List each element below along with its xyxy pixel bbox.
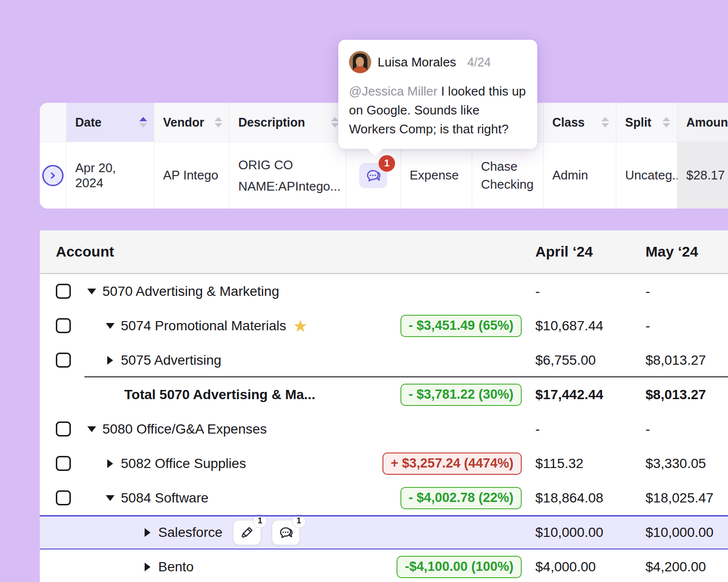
april-value: $115.32 <box>535 446 583 481</box>
column-header-class[interactable]: Class <box>544 103 616 142</box>
comment-count-badge: 1 <box>292 514 306 528</box>
expand-caret[interactable] <box>143 563 152 571</box>
variance-badge: - $4,002.78 (22%) <box>400 487 522 509</box>
column-header-split[interactable]: Split <box>616 103 678 142</box>
column-label: Class <box>552 115 585 129</box>
caret-right-icon <box>107 459 113 468</box>
variance-badge: + $3,257.24 (4474%) <box>382 453 522 475</box>
description-line1: ORIG CO <box>238 158 293 172</box>
chat-bubbles-icon <box>278 525 294 539</box>
account-label: Bento <box>158 559 194 575</box>
variance-badge: -$4,100.00 (100%) <box>397 556 522 578</box>
cell-type: Expense <box>401 142 472 209</box>
account-row[interactable]: 5074 Promotional Materials ★ - $3,451.49… <box>40 308 728 343</box>
account-row[interactable]: 5084 Software - $4,002.78 (22%) $18,864.… <box>40 481 728 515</box>
column-header-may: May ‘24 <box>645 230 698 273</box>
column-header-april: April ‘24 <box>535 230 593 273</box>
column-header-vendor[interactable]: Vendor <box>154 103 230 142</box>
account-row[interactable]: 5080 Office/G&A Expenses - - <box>40 412 728 446</box>
caret-down-icon <box>87 289 96 294</box>
column-label: Split <box>625 115 651 129</box>
column-label: Vendor <box>163 115 204 129</box>
account-label: 5075 Advertising <box>121 353 221 368</box>
description-line2: NAME:APIntego... <box>238 179 341 194</box>
comment-thread-button[interactable]: 1 <box>359 163 387 188</box>
april-value: $18,864.08 <box>535 481 603 515</box>
expand-caret[interactable] <box>106 459 115 468</box>
column-header-description[interactable]: Description <box>230 103 346 142</box>
highlighter-icon <box>240 525 254 540</box>
column-label: Amount <box>686 115 728 129</box>
account-label: Salesforce <box>158 525 222 540</box>
comment-popover: Luisa Morales 4/24 @Jessica Miller I loo… <box>338 40 537 149</box>
chevron-right-icon <box>48 171 58 180</box>
accounts-header-row: Account April ‘24 May ‘24 <box>40 230 728 274</box>
may-value: $3,330.05 <box>645 446 706 481</box>
transaction-row[interactable]: Apr 20, 2024 AP Intego ORIG CO NAME:APIn… <box>40 142 728 209</box>
accounts-table: Account April ‘24 May ‘24 5070 Advertisi… <box>40 230 728 582</box>
account-label: 5070 Advertising & Marketing <box>102 284 279 299</box>
account-label: 5080 Office/G&A Expenses <box>102 421 267 437</box>
may-value: - <box>645 308 650 343</box>
column-label: Description <box>238 115 305 129</box>
account-row[interactable]: 5070 Advertising & Marketing - - <box>40 274 728 308</box>
collapse-caret[interactable] <box>106 323 115 329</box>
account-label: 5074 Promotional Materials <box>121 318 286 334</box>
caret-right-icon <box>145 563 150 571</box>
may-value: $8,013.27 <box>645 377 706 412</box>
expander-column-header <box>40 103 66 142</box>
expand-caret[interactable] <box>106 356 115 365</box>
april-value: $4,000.00 <box>535 550 596 582</box>
annotation-button[interactable]: 1 <box>233 520 261 545</box>
may-value: - <box>645 412 650 446</box>
variance-badge: - $3,451.49 (65%) <box>400 315 522 337</box>
total-row: Total 5070 Advertising & Ma... - $3,781.… <box>40 377 728 412</box>
account-row[interactable]: Bento -$4,100.00 (100%) $4,000.00 $4,200… <box>40 550 728 582</box>
expand-caret[interactable] <box>143 528 152 537</box>
comment-count-badge: 1 <box>379 155 395 172</box>
april-value: $10,000.00 <box>535 515 603 550</box>
favorite-star-icon[interactable]: ★ <box>293 318 308 334</box>
april-value: - <box>535 412 540 446</box>
cell-class: Admin <box>544 142 616 209</box>
sort-icon[interactable] <box>139 117 147 128</box>
sort-icon[interactable] <box>331 117 339 128</box>
comment-text: @Jessica Miller I looked this up on Goog… <box>349 82 529 139</box>
cell-split: Uncateg... <box>616 142 678 209</box>
april-value: $17,442.44 <box>535 377 603 412</box>
collapse-caret[interactable] <box>87 426 96 432</box>
caret-down-icon <box>87 426 96 432</box>
account-row-selected[interactable]: Salesforce 1 <box>40 515 728 550</box>
cell-amount: $28.17 <box>678 142 728 209</box>
may-value: - <box>645 274 650 308</box>
may-value: $10,000.00 <box>645 515 713 550</box>
cell-vendor: AP Intego <box>154 142 230 209</box>
cell-description: ORIG CO NAME:APIntego... <box>230 142 346 209</box>
comment-date: 4/24 <box>467 55 491 69</box>
caret-right-icon <box>145 528 150 537</box>
column-header-amount[interactable]: Amount <box>678 103 728 142</box>
caret-down-icon <box>106 323 115 329</box>
sort-icon[interactable] <box>601 117 609 128</box>
april-value: $6,755.00 <box>535 343 596 377</box>
expand-row-button[interactable] <box>42 165 64 186</box>
comment-button[interactable]: 1 <box>272 520 300 545</box>
account-row[interactable]: 5082 Office Supplies + $3,257.24 (4474%)… <box>40 446 728 481</box>
account-row[interactable]: 5075 Advertising $6,755.00 $8,013.27 <box>40 343 728 377</box>
may-value: $4,200.00 <box>645 550 706 582</box>
column-header-date[interactable]: Date <box>66 103 154 142</box>
variance-badge: - $3,781.22 (30%) <box>400 384 522 406</box>
total-label: Total 5070 Advertising & Ma... <box>124 387 315 403</box>
sort-icon[interactable] <box>662 117 670 128</box>
april-value: $10,687.44 <box>535 308 603 343</box>
collapse-caret[interactable] <box>87 289 96 294</box>
mention-link[interactable]: @Jessica Miller <box>349 84 437 98</box>
caret-down-icon <box>106 495 115 501</box>
collapse-caret[interactable] <box>106 495 115 501</box>
avatar <box>349 51 371 73</box>
may-value: $8,013.27 <box>645 343 706 377</box>
account-label: 5082 Office Supplies <box>121 456 246 471</box>
chat-bubbles-icon <box>365 168 381 183</box>
sort-icon[interactable] <box>215 117 222 128</box>
account-label: 5084 Software <box>121 490 209 506</box>
